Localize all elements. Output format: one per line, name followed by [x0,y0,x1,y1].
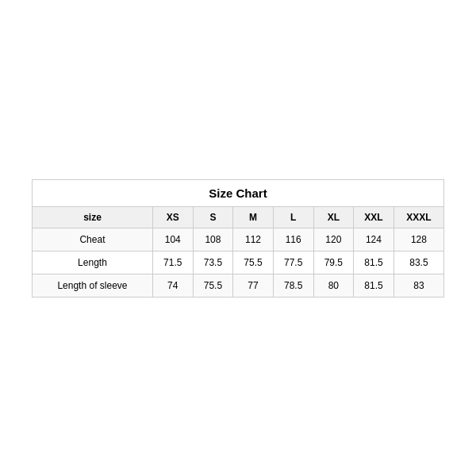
cell-value: 78.5 [273,274,313,297]
chart-container: Size Chart size XS S M L XL XXL XXXL Che… [32,179,444,298]
table-row: Cheat104108112116120124128 [33,228,444,251]
row-label: Length [33,251,153,274]
cell-value: 116 [273,228,313,251]
cell-value: 108 [193,228,233,251]
header-s: S [193,206,233,228]
cell-value: 112 [233,228,274,251]
cell-value: 83.5 [393,251,443,274]
cell-value: 75.5 [193,274,233,297]
cell-value: 73.5 [193,251,233,274]
table-row: Length of sleeve7475.57778.58081.583 [33,274,444,297]
chart-title: Size Chart [33,179,444,206]
cell-value: 128 [393,228,443,251]
header-size: size [33,206,153,228]
header-xxxl: XXXL [393,206,443,228]
cell-value: 120 [313,228,354,251]
cell-value: 104 [152,228,193,251]
cell-value: 71.5 [152,251,193,274]
table-row: Length71.573.575.577.579.581.583.5 [33,251,444,274]
cell-value: 79.5 [313,251,354,274]
header-xl: XL [313,206,354,228]
header-m: M [233,206,274,228]
cell-value: 81.5 [354,251,394,274]
header-l: L [273,206,313,228]
cell-value: 81.5 [354,274,394,297]
cell-value: 80 [313,274,354,297]
cell-value: 75.5 [233,251,274,274]
cell-value: 83 [393,274,443,297]
title-row: Size Chart [33,179,444,206]
cell-value: 77.5 [273,251,313,274]
header-row: size XS S M L XL XXL XXXL [33,206,444,228]
size-chart-table: Size Chart size XS S M L XL XXL XXXL Che… [32,179,444,298]
header-xxl: XXL [354,206,394,228]
row-label: Cheat [33,228,153,251]
row-label: Length of sleeve [33,274,153,297]
cell-value: 74 [152,274,193,297]
header-xs: XS [152,206,193,228]
cell-value: 77 [233,274,274,297]
cell-value: 124 [354,228,394,251]
